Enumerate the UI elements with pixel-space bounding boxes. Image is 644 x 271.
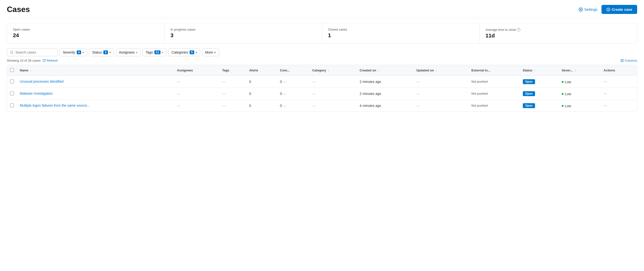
col-created-on[interactable]: Created on ↓ [357,65,413,76]
tags-label: Tags [146,50,153,54]
row-actions-1[interactable]: ··· [600,88,637,100]
page-title: Cases [7,5,30,14]
col-com: Com... [277,65,309,76]
row-severity-2: Low [559,100,600,112]
row-name-0: Unusual processes identified [17,76,174,88]
more-filter-button[interactable]: More + [202,49,219,56]
svg-point-0 [580,9,581,10]
plus-circle-icon [606,8,610,12]
col-severity[interactable]: Sever... ↑ [559,65,600,76]
row-external-in-1: Not pushed [468,88,520,100]
actions-menu-button-0[interactable]: ··· [604,80,634,84]
columns-label: Columns [625,59,637,62]
case-name-link-2[interactable]: Multiple logon failures from the same so… [20,103,90,107]
col-status[interactable]: Status ↑ [520,65,559,76]
col-external-in: External in... [468,65,520,76]
row-checkbox-cell-0[interactable] [7,76,17,88]
severity-badge: 4 [77,50,81,54]
severity-label-1: Low [565,92,571,96]
status-badge: 3 [103,50,108,54]
row-category-0: — [309,76,357,88]
row-alerts-2: 0 [246,100,277,112]
stat-closed-label: Closed cases [328,28,474,31]
settings-link[interactable]: Settings [578,7,598,12]
stat-in-progress-cases: In progress cases 3 [165,23,322,43]
cases-table: Name ↑ Assignees Tags Alerts Com... Cate… [7,65,637,112]
more-label: More [205,50,213,54]
table-row: Malware investigation — — 0 0 — — 2 minu… [7,88,637,100]
categories-chevron-icon: ▾ [196,51,197,54]
select-all-header[interactable] [7,65,17,76]
row-actions-2[interactable]: ··· [600,100,637,112]
svg-rect-6 [621,60,622,62]
row-assignees-1: — [174,88,220,100]
created-on-sort-icon: ↓ [378,69,380,72]
row-tags-2: — [219,100,246,112]
stat-closed-cases: Closed cases 1 [322,23,480,43]
refresh-icon [42,59,46,62]
tags-badge: 11 [154,50,160,54]
assignees-filter-button[interactable]: Assignees ▾ [116,49,141,56]
severity-label-0: Low [565,80,571,84]
showing-left: Showing 10 of 28 cases Refresh [7,59,58,62]
stat-closed-value: 1 [328,32,474,39]
col-actions: Actions [600,65,637,76]
row-checkbox-0[interactable] [10,80,14,83]
search-input[interactable] [16,50,54,54]
svg-line-5 [12,53,13,54]
row-category-1: — [309,88,357,100]
row-external-in-2: Not pushed [468,100,520,112]
row-checkbox-2[interactable] [10,103,14,107]
actions-menu-button-2[interactable]: ··· [604,103,634,108]
updated-on-sort-icon: ↑ [436,69,437,72]
search-box[interactable] [7,49,58,56]
row-created-on-2: 4 minutes ago [357,100,413,112]
row-name-2: Multiple logon failures from the same so… [17,100,174,112]
stat-open-cases-value: 24 [13,32,158,39]
stats-bar: Open cases 24 In progress cases 3 Closed… [7,23,637,44]
col-updated-on[interactable]: Updated on ↑ [413,65,468,76]
showing-row: Showing 10 of 28 cases Refresh Columns [7,59,637,62]
row-status-2: Open [520,100,559,112]
status-label: Status [92,50,102,54]
tags-filter-button[interactable]: Tags 11 ▾ [142,49,166,56]
category-sort-icon: ↑ [328,69,329,72]
severity-dot-1 [562,93,564,95]
categories-filter-button[interactable]: Categories 5 ▾ [168,49,200,56]
refresh-label: Refresh [47,59,58,62]
row-checkbox-cell-2[interactable] [7,100,17,112]
col-category[interactable]: Category ↑ [309,65,357,76]
case-name-link-1[interactable]: Malware investigation [20,92,53,95]
svg-point-4 [10,51,13,53]
row-severity-0: Low [559,76,600,88]
refresh-button[interactable]: Refresh [42,59,58,62]
status-badge-1: Open [523,91,535,96]
avg-time-info-icon[interactable]: ? [517,28,520,32]
assignees-label: Assignees [119,50,135,54]
showing-text: Showing 10 of 28 cases [7,59,40,62]
categories-label: Categories [172,50,188,54]
row-updated-on-2: — [413,100,468,112]
row-checkbox-1[interactable] [10,92,14,95]
status-filter-button[interactable]: Status 3 ▾ [89,49,114,56]
case-name-link-0[interactable]: Unusual processes identified [20,80,64,83]
status-badge-2: Open [523,103,535,108]
col-tags: Tags [219,65,246,76]
stat-avg-time: Average time to close ? 11d [480,23,637,43]
select-all-checkbox[interactable] [10,68,14,72]
svg-rect-7 [622,60,623,62]
tags-chevron-icon: ▾ [162,51,163,54]
columns-button[interactable]: Columns [620,59,637,62]
severity-filter-button[interactable]: Severity 4 ▾ [60,49,87,56]
row-checkbox-cell-1[interactable] [7,88,17,100]
row-created-on-1: 2 minutes ago [357,88,413,100]
col-assignees: Assignees [174,65,220,76]
create-case-button[interactable]: Create case [602,5,637,14]
actions-menu-button-1[interactable]: ··· [604,92,634,96]
row-actions-0[interactable]: ··· [600,76,637,88]
severity-dot-2 [562,105,564,107]
col-name[interactable]: Name ↑ [17,65,174,76]
row-tags-0: — [219,76,246,88]
table-header-row: Name ↑ Assignees Tags Alerts Com... Cate… [7,65,637,76]
table-row: Unusual processes identified — — 0 0 — —… [7,76,637,88]
